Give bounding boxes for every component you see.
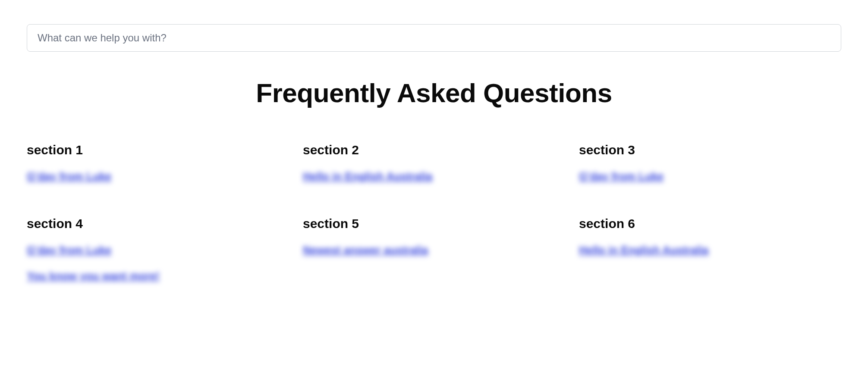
page-title: Frequently Asked Questions bbox=[27, 78, 841, 108]
faq-link[interactable]: You know you want more! bbox=[27, 269, 160, 283]
search-input[interactable] bbox=[27, 24, 841, 52]
section-title: section 4 bbox=[27, 216, 83, 231]
section-title: section 3 bbox=[579, 143, 635, 157]
faq-section-1: section 1 G'day from Luke bbox=[27, 143, 289, 196]
section-title: section 2 bbox=[303, 143, 359, 157]
faq-link[interactable]: Newest answer australia bbox=[303, 243, 428, 257]
search-wrapper bbox=[27, 24, 841, 52]
faq-section-4: section 4 G'day from Luke You know you w… bbox=[27, 216, 289, 295]
faq-section-3: section 3 G'day from Luke bbox=[579, 143, 841, 196]
faq-section-5: section 5 Newest answer australia bbox=[303, 216, 565, 295]
section-title: section 1 bbox=[27, 143, 83, 157]
faq-link[interactable]: Hello in English Australia bbox=[303, 169, 433, 184]
faq-sections-grid: section 1 G'day from Luke section 2 Hell… bbox=[27, 143, 841, 295]
faq-section-6: section 6 Hello in English Australia bbox=[579, 216, 841, 295]
faq-link[interactable]: Hello in English Australia bbox=[579, 243, 709, 257]
faq-link[interactable]: G'day from Luke bbox=[27, 169, 111, 184]
faq-link[interactable]: G'day from Luke bbox=[27, 243, 111, 257]
faq-section-2: section 2 Hello in English Australia bbox=[303, 143, 565, 196]
section-title: section 5 bbox=[303, 216, 359, 231]
section-title: section 6 bbox=[579, 216, 635, 231]
faq-link[interactable]: G'day from Luke bbox=[579, 169, 664, 184]
